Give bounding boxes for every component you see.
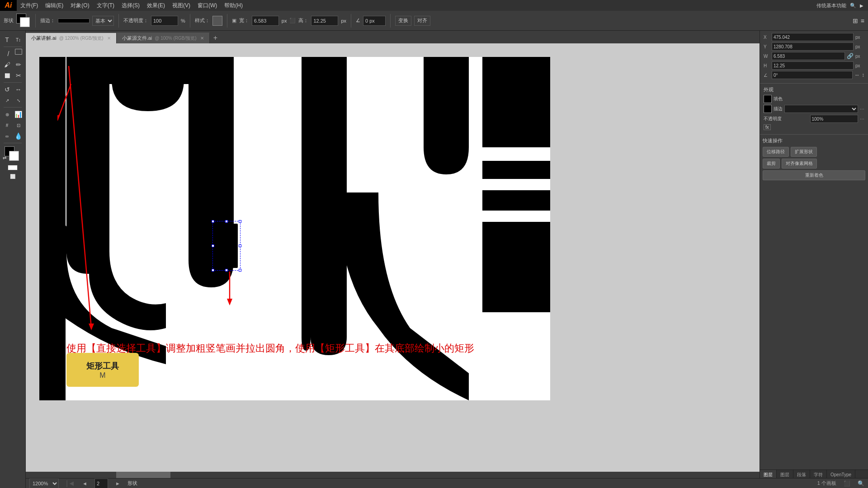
menu-object[interactable]: 对象(O) <box>67 0 93 11</box>
angle-row: ∠ ↔ ↕ <box>764 71 864 79</box>
anchor-tm <box>225 220 228 223</box>
mesh-icon[interactable]: # <box>2 120 12 130</box>
opacity-input[interactable] <box>151 16 178 26</box>
tool-separator-3 <box>4 107 22 108</box>
tooltip-title: 矩形工具 <box>86 361 119 371</box>
flip-h-icon[interactable]: ↔ <box>854 72 860 78</box>
zoom-select[interactable]: 1200% <box>29 479 59 488</box>
canvas-area[interactable]: 使用【直接选择工具】调整加粗竖笔画并拉出圆角，使用【矩形工具】在其底部绘制小的矩… <box>26 43 760 488</box>
blend-icon[interactable]: ∞ <box>2 131 12 141</box>
tooltip-key: M <box>99 371 105 380</box>
stroke-swatch[interactable] <box>9 151 19 161</box>
fill-color-box[interactable] <box>764 95 772 103</box>
tab-bar: 小篆讲解.ai @ 1200% (RGB/预览) ✕ 小篆源文件.ai @ 10… <box>26 31 760 43</box>
scrollbar-thumb[interactable] <box>116 472 170 478</box>
tab-zhuanjie[interactable]: 小篆讲解.ai @ 1200% (RGB/预览) ✕ <box>26 33 117 43</box>
angle-label: ∠ <box>356 18 360 23</box>
px-label-h: px <box>855 63 864 68</box>
tab-source[interactable]: 小篆源文件.ai @ 100% (RGB/预览) ✕ <box>117 33 210 43</box>
w-input[interactable] <box>772 52 845 60</box>
warp-icon[interactable]: ⤡ <box>14 95 24 105</box>
width-input[interactable] <box>252 16 279 26</box>
eyedropper-icon[interactable]: 💧 <box>14 131 24 141</box>
y-input[interactable] <box>772 42 854 51</box>
menu-text[interactable]: 文字(T) <box>93 0 118 11</box>
normal-mode-icon[interactable] <box>8 165 18 170</box>
status-icon-1[interactable]: ⬛ <box>844 480 850 487</box>
recolor-btn[interactable]: 重新着色 <box>763 170 865 180</box>
adobe-id: ▶ <box>860 3 863 8</box>
angle-rp-input[interactable] <box>772 71 853 79</box>
graph-icon[interactable]: 📊 <box>14 109 24 119</box>
page-next-btn[interactable]: ► <box>115 481 120 486</box>
wh-row: W 🔗 px <box>764 52 864 60</box>
menu-file[interactable]: 文件(F) <box>17 0 42 11</box>
gradient-mesh-icon[interactable]: ⊡ <box>14 120 24 130</box>
page-input[interactable] <box>94 479 108 488</box>
line-tools-row: / <box>3 48 23 59</box>
search-icon[interactable]: 🔍 <box>850 3 856 9</box>
pencil-icon[interactable]: ✏ <box>14 60 24 70</box>
transform-btn[interactable]: 变换 <box>395 16 411 26</box>
sort-icon[interactable]: ≡ <box>861 17 864 24</box>
type-tool-icon[interactable]: T <box>2 35 12 45</box>
rotate-icon[interactable]: ↺ <box>2 84 12 94</box>
style-preview[interactable] <box>212 16 222 26</box>
menu-window[interactable]: 窗口(W) <box>194 0 221 11</box>
scale-tools-row: ↗ ⤡ <box>2 95 24 106</box>
fill-label: 填色 <box>774 96 864 102</box>
h-scrollbar[interactable] <box>26 472 760 478</box>
app-logo: Ai <box>0 0 17 11</box>
opacity-rp-input[interactable] <box>810 115 859 123</box>
constrain-btn[interactable]: 🔗 <box>847 53 854 59</box>
reflect-icon[interactable]: ↔ <box>14 84 24 94</box>
angle-input[interactable] <box>363 16 386 26</box>
swap-colors-icon[interactable]: ⇄ <box>3 155 6 160</box>
stroke-weight-select[interactable]: 基本 <box>92 16 114 26</box>
scissors-icon[interactable]: ✂ <box>14 70 24 80</box>
eraser-icon[interactable]: ⬜ <box>2 70 12 80</box>
w-label: W <box>764 54 770 59</box>
selected-rectangle[interactable] <box>212 221 241 271</box>
sep3 <box>190 14 190 28</box>
fx-label[interactable]: fx <box>764 124 771 130</box>
menu-view[interactable]: 视图(V) <box>169 0 194 11</box>
menu-select[interactable]: 选择(S) <box>118 0 143 11</box>
pixel-grid-btn[interactable]: 对齐像素网格 <box>782 159 817 169</box>
stroke-color-swatch[interactable] <box>20 17 30 27</box>
new-tab-btn[interactable]: + <box>210 33 221 43</box>
crop-btn[interactable]: 裁剪 <box>763 159 780 169</box>
h-input[interactable] <box>772 61 854 70</box>
scale-icon[interactable]: ↗ <box>2 95 12 105</box>
offset-path-btn[interactable]: 位移路径 <box>763 147 789 157</box>
color-pair[interactable] <box>16 14 31 28</box>
status-icon-2[interactable]: 🔍 <box>858 480 864 487</box>
opacity-more-icon[interactable]: ⋯ <box>860 117 864 122</box>
tab-close-2[interactable]: ✕ <box>200 36 204 41</box>
expand-shape-btn[interactable]: 扩展形状 <box>791 147 817 157</box>
height-input[interactable] <box>311 16 338 26</box>
arrange-icon[interactable]: ⊞ <box>853 17 858 24</box>
page-prev-btn[interactable]: ◄ <box>82 481 87 486</box>
stroke-color-box[interactable] <box>764 105 772 113</box>
appearance-title: 外观 <box>764 86 864 93</box>
view-mode-row <box>7 164 18 171</box>
tab-close-1[interactable]: ✕ <box>107 36 111 41</box>
line-tool-icon[interactable]: / <box>4 49 14 59</box>
screen-mode-icon[interactable]: ⬜ <box>8 171 18 181</box>
menu-edit[interactable]: 编辑(E) <box>42 0 67 11</box>
align-btn[interactable]: 对齐 <box>414 16 430 26</box>
x-input[interactable] <box>772 33 854 41</box>
stroke-weight-rp[interactable] <box>784 105 858 113</box>
sep6 <box>390 14 391 28</box>
menu-effect[interactable]: 效果(E) <box>143 0 169 11</box>
menu-help[interactable]: 帮助(H) <box>221 0 246 11</box>
vertical-type-icon[interactable]: T↕ <box>14 35 24 45</box>
symbol-icon[interactable]: ⊛ <box>2 109 12 119</box>
quick-actions-section: 快速操作 位移路径 扩展形状 裁剪 对齐像素网格 重新着色 <box>760 135 868 183</box>
rect-tool-icon[interactable] <box>15 49 22 55</box>
flip-v-icon[interactable]: ↕ <box>862 72 864 78</box>
svg-rect-1 <box>109 57 189 84</box>
paintbrush-icon[interactable]: 🖌 <box>2 60 12 70</box>
stroke-more-icon[interactable]: ⋯ <box>860 107 864 112</box>
